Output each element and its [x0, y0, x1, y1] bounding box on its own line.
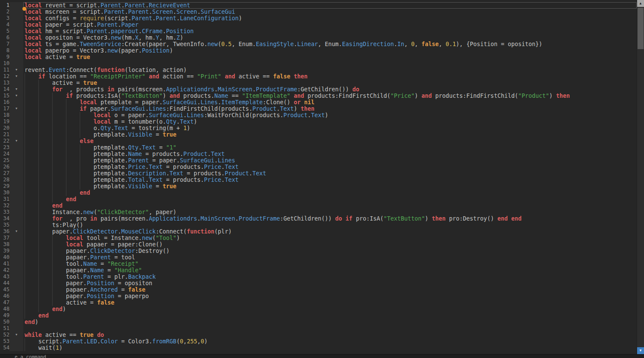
fold-arrow-icon[interactable]: ▼: [9, 73, 23, 80]
line-number[interactable]: 43: [0, 274, 9, 280]
code-line[interactable]: 1local revent = script.Parent.Parent.Rec…: [0, 2, 637, 9]
line-number[interactable]: 32: [0, 202, 9, 209]
line-number[interactable]: 45: [0, 286, 9, 293]
code-line[interactable]: 18 local o = paper.SurfaceGui.Lines:Wait…: [0, 112, 637, 118]
code-line[interactable]: 28 ptemplate.Total.Text = products.Price…: [0, 177, 637, 183]
code-line[interactable]: 40 papaer.Parent = tool: [0, 254, 637, 261]
line-number[interactable]: 18: [0, 112, 9, 118]
code-line[interactable]: 19 local m = tonumber(o.Qty.Text): [0, 118, 637, 125]
code-line[interactable]: 54 wait(1): [0, 345, 637, 351]
code-line[interactable]: 53 script.Parent.LED.Color = Color3.from…: [0, 338, 637, 345]
line-number[interactable]: 54: [0, 345, 9, 351]
line-number[interactable]: 6: [0, 34, 9, 41]
code-line[interactable]: 31 end: [0, 196, 637, 202]
line-number[interactable]: 39: [0, 248, 9, 254]
fold-arrow-icon[interactable]: ▼: [9, 138, 23, 144]
code-line[interactable]: 2local mscreen = script.Parent.Parent.Sc…: [0, 9, 637, 15]
line-number[interactable]: 50: [0, 319, 9, 325]
line-number[interactable]: 20: [0, 125, 9, 131]
line-number[interactable]: 12: [0, 73, 9, 80]
code-line[interactable]: 27 ptemplate.Description.Text = products…: [0, 170, 637, 177]
line-number[interactable]: 22: [0, 138, 9, 144]
code-line[interactable]: 6local opositon = Vector3.new(hm.X, hm.Y…: [0, 34, 637, 41]
code-line[interactable]: 26 ptemplate.Price.Text = products.Price…: [0, 164, 637, 170]
code-line[interactable]: 4local paper = script.Parent.Paper: [0, 22, 637, 28]
line-number[interactable]: 10: [0, 60, 9, 67]
line-number[interactable]: 14: [0, 86, 9, 93]
line-number[interactable]: 44: [0, 280, 9, 286]
line-number[interactable]: 4: [0, 22, 9, 28]
line-number[interactable]: 52: [0, 332, 9, 338]
code-line[interactable]: 30 end: [0, 190, 637, 196]
line-number[interactable]: 28: [0, 177, 9, 183]
line-number[interactable]: 35: [0, 222, 9, 228]
code-editor[interactable]: 1local revent = script.Parent.Parent.Rec…: [0, 0, 637, 354]
code-line[interactable]: 10: [0, 60, 637, 67]
code-line[interactable]: 25 ptemplate.Parent = paper.SurfaceGui.L…: [0, 157, 637, 164]
line-number[interactable]: 5: [0, 28, 9, 34]
line-number[interactable]: 21: [0, 131, 9, 138]
code-line[interactable]: 11▼revent.Event:Connect(function(locatio…: [0, 67, 637, 73]
line-number[interactable]: 47: [0, 299, 9, 306]
code-line[interactable]: 29 ptemplate.Visible = true: [0, 183, 637, 190]
code-line[interactable]: 8local paperpo = Vector3.new(paper.Posit…: [0, 47, 637, 54]
code-line[interactable]: 50end): [0, 319, 637, 325]
line-number[interactable]: 15: [0, 93, 9, 99]
fold-arrow-icon[interactable]: ▼: [9, 332, 23, 338]
code-line[interactable]: 33 Instance.new("ClickDetector", paper): [0, 209, 637, 215]
line-number[interactable]: 13: [0, 80, 9, 86]
line-number[interactable]: 11: [0, 67, 9, 73]
line-number[interactable]: 16: [0, 99, 9, 106]
code-line[interactable]: 36▼ paper.ClickDetector.MouseClick:Conne…: [0, 228, 637, 235]
fold-arrow-icon[interactable]: ▼: [9, 93, 23, 99]
line-number[interactable]: 31: [0, 196, 9, 202]
line-number[interactable]: 7: [0, 41, 9, 47]
code-line[interactable]: 46 paper.Position = paperpo: [0, 293, 637, 299]
code-line[interactable]: 20 o.Qty.Text = tostring(m + 1): [0, 125, 637, 131]
line-number[interactable]: 37: [0, 235, 9, 241]
line-number[interactable]: 25: [0, 157, 9, 164]
fold-arrow-icon[interactable]: ▼: [9, 106, 23, 112]
code-line[interactable]: 41 tool.Name = "Receipt": [0, 261, 637, 267]
line-number[interactable]: 40: [0, 254, 9, 261]
line-number[interactable]: 17: [0, 106, 9, 112]
line-number[interactable]: 51: [0, 325, 9, 332]
line-number[interactable]: 53: [0, 338, 9, 345]
code-line[interactable]: 39 papaer.ClickDetector:Destroy(): [0, 248, 637, 254]
line-number[interactable]: 38: [0, 241, 9, 248]
code-line[interactable]: 21 ptemplate.Visible = true: [0, 131, 637, 138]
line-number[interactable]: 9: [0, 54, 9, 60]
vertical-scrollbar[interactable]: ▲ ▼: [637, 0, 644, 354]
line-number[interactable]: 2: [0, 9, 9, 15]
line-number[interactable]: 48: [0, 306, 9, 312]
code-line[interactable]: 49 end: [0, 312, 637, 319]
code-line[interactable]: 48 end): [0, 306, 637, 312]
code-line[interactable]: 34 for _, pro in pairs(mscreen.Applicati…: [0, 215, 637, 222]
scrollbar-thumb[interactable]: [638, 8, 644, 49]
code-line[interactable]: 7local ts = game.TweenService:Create(pap…: [0, 41, 637, 47]
line-number[interactable]: 26: [0, 164, 9, 170]
command-bar[interactable]: e a command: [0, 354, 644, 358]
code-line[interactable]: 17▼ if paper.SurfaceGui.Lines:FindFirstC…: [0, 106, 637, 112]
code-line[interactable]: 43 tool.Parent = plr.Backpack: [0, 274, 637, 280]
code-line[interactable]: 3local configs = require(script.Parent.P…: [0, 15, 637, 22]
code-line[interactable]: 23 ptemplate.Qty.Text = "1": [0, 144, 637, 151]
line-number[interactable]: 46: [0, 293, 9, 299]
line-number[interactable]: 29: [0, 183, 9, 190]
line-number[interactable]: 24: [0, 151, 9, 157]
breakpoint-marker[interactable]: [22, 7, 26, 11]
scroll-up-button[interactable]: ▲: [637, 0, 644, 7]
code-line[interactable]: 5local hm = script.Parent.paperout.CFram…: [0, 28, 637, 34]
fold-arrow-icon[interactable]: ▼: [9, 67, 23, 73]
line-number[interactable]: 42: [0, 267, 9, 274]
code-line[interactable]: 13 active = true: [0, 80, 637, 86]
code-line[interactable]: 47 active = false: [0, 299, 637, 306]
line-number[interactable]: 30: [0, 190, 9, 196]
code-line[interactable]: 12▼ if location == "ReceiptPrinter" and …: [0, 73, 637, 80]
line-number[interactable]: 19: [0, 118, 9, 125]
scroll-down-button[interactable]: ▼: [637, 347, 644, 354]
line-number[interactable]: 3: [0, 15, 9, 22]
code-line[interactable]: 44 paper.Position = opositon: [0, 280, 637, 286]
line-number[interactable]: 49: [0, 312, 9, 319]
line-number[interactable]: 36: [0, 228, 9, 235]
